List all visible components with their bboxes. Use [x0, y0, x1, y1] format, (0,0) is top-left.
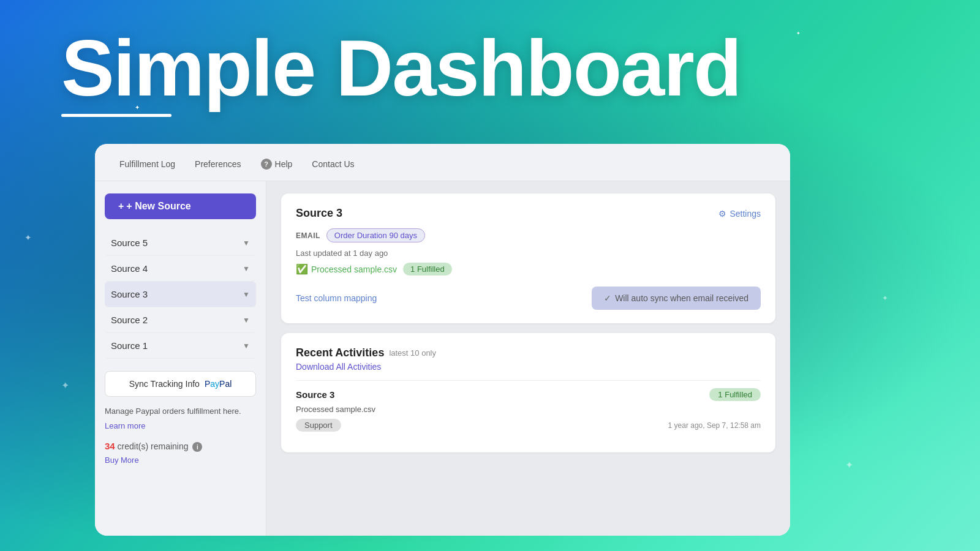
last-updated-text: Last updated at 1 day ago — [296, 249, 761, 258]
download-all-link[interactable]: Download All Activities — [296, 362, 761, 372]
recent-activities-card: Recent Activities latest 10 only Downloa… — [281, 333, 775, 452]
processed-row: ✅ Processed sample.csv 1 Fulfilled — [296, 263, 761, 276]
star-dot-7: ✦ — [845, 459, 853, 471]
activities-subtitle: latest 10 only — [389, 348, 436, 358]
paypal-sync-button[interactable]: Sync Tracking Info PayPal — [105, 371, 256, 397]
chevron-icon-5: ▼ — [243, 239, 250, 247]
test-column-mapping-link[interactable]: Test column mapping — [296, 293, 377, 303]
star-dot-5: ✦ — [24, 233, 32, 242]
paypal-description: Manage Paypal orders fulfillment here. — [105, 405, 256, 418]
main-card: Fulfillment Log Preferences ? Help Conta… — [95, 144, 790, 536]
star-dot-8: ✦ — [882, 294, 888, 302]
main-content: Source 3 ⚙ Settings EMAIL Order Duration… — [266, 181, 790, 536]
help-icon: ? — [261, 159, 272, 170]
fulfilled-badge: 1 Fulfilled — [403, 263, 452, 276]
activity-footer: Support 1 year ago, Sep 7, 12:58 am — [296, 419, 761, 432]
new-source-button[interactable]: + + New Source — [105, 193, 256, 219]
check-circle-icon: ✅ — [296, 263, 308, 275]
activity-filename: Processed sample.csv — [296, 405, 761, 414]
source-list: Source 5 ▼ Source 4 ▼ Source 3 ▼ Source … — [105, 230, 256, 359]
card-body: + + New Source Source 5 ▼ Source 4 ▼ Sou… — [95, 181, 790, 536]
source-list-item-3[interactable]: Source 3 ▼ — [105, 282, 256, 307]
nav-fulfillment-log[interactable]: Fulfillment Log — [112, 156, 183, 173]
check-icon: ✓ — [604, 293, 611, 303]
order-duration-badge[interactable]: Order Duration 90 days — [326, 228, 425, 242]
hero-title-underline — [61, 114, 172, 117]
star-dot-6: ✦ — [61, 380, 69, 391]
settings-link[interactable]: ⚙ Settings — [718, 209, 761, 219]
activity-row-header: Source 3 1 Fulfilled — [296, 388, 761, 401]
source-meta-row: EMAIL Order Duration 90 days — [296, 228, 761, 242]
activity-fulfilled-badge: 1 Fulfilled — [709, 388, 761, 401]
chevron-icon-3: ▼ — [243, 290, 250, 299]
chevron-icon-4: ▼ — [243, 264, 250, 273]
activities-header: Recent Activities latest 10 only — [296, 347, 761, 359]
source-card-header: Source 3 ⚙ Settings — [296, 207, 761, 220]
hero-title: Simple Dashboard — [61, 24, 741, 112]
nav-contact-us[interactable]: Contact Us — [304, 156, 361, 173]
source-list-item-5[interactable]: Source 5 ▼ — [105, 230, 256, 256]
credits-count: 34 — [105, 441, 115, 451]
activity-row: Source 3 1 Fulfilled Processed sample.cs… — [296, 380, 761, 439]
source-list-item-1[interactable]: Source 1 ▼ — [105, 333, 256, 359]
paypal-sync-label: Sync Tracking Info — [129, 379, 200, 389]
email-label: EMAIL — [296, 231, 320, 240]
info-icon[interactable]: i — [192, 442, 202, 452]
auto-sync-button[interactable]: ✓ Will auto sync when email received — [592, 287, 761, 310]
nav-preferences[interactable]: Preferences — [187, 156, 248, 173]
activity-source-name: Source 3 — [296, 389, 334, 400]
plus-icon: + — [118, 201, 124, 212]
credits-row: 34 credit(s) remaining i — [105, 441, 256, 452]
chevron-icon-1: ▼ — [243, 342, 250, 350]
source-list-item-4[interactable]: Source 4 ▼ — [105, 256, 256, 282]
credits-label: credit(s) remaining — [118, 441, 189, 451]
nav-help[interactable]: ? Help — [254, 155, 300, 173]
activity-timestamp: 1 year ago, Sep 7, 12:58 am — [668, 421, 761, 430]
nav-bar: Fulfillment Log Preferences ? Help Conta… — [95, 144, 790, 181]
star-dot-4: ✦ — [796, 31, 801, 36]
activities-title: Recent Activities — [296, 347, 384, 359]
source-card-footer: Test column mapping ✓ Will auto sync whe… — [296, 287, 761, 310]
source-card-title: Source 3 — [296, 207, 342, 220]
source-detail-card: Source 3 ⚙ Settings EMAIL Order Duration… — [281, 193, 775, 323]
chevron-icon-2: ▼ — [243, 316, 250, 324]
paypal-logo: PayPal — [205, 379, 232, 389]
source-list-item-2[interactable]: Source 2 ▼ — [105, 307, 256, 333]
buy-more-link[interactable]: Buy More — [105, 455, 139, 465]
sidebar: + + New Source Source 5 ▼ Source 4 ▼ Sou… — [95, 181, 266, 536]
support-badge: Support — [296, 419, 341, 432]
learn-more-link[interactable]: Learn more — [105, 421, 145, 430]
processed-text: ✅ Processed sample.csv — [296, 263, 397, 275]
gear-icon: ⚙ — [718, 209, 726, 219]
